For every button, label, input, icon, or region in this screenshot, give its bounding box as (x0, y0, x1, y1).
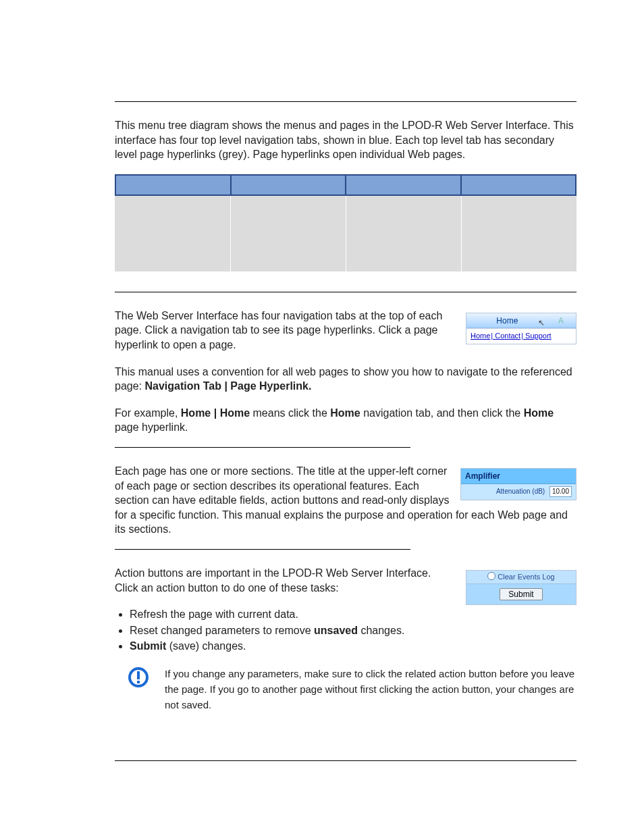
intro-paragraph: This menu tree diagram shows the menus a… (115, 118, 576, 162)
nav-paragraph-2: This manual uses a convention for all we… (115, 365, 576, 394)
nav-p3-e: navigation tab, and then click the (360, 407, 524, 419)
nav-p2-bold: Navigation Tab | Page Hyperlink. (144, 380, 311, 392)
figure-nav-tab-home: Home (487, 316, 527, 325)
svg-rect-1 (137, 671, 140, 679)
actions-list: Refresh the page with current data. Rese… (130, 607, 576, 654)
list-item: Refresh the page with current data. (130, 607, 576, 622)
svg-rect-2 (137, 681, 140, 683)
submit-button[interactable]: Submit (500, 588, 542, 600)
li3-b: (save) changes. (166, 640, 246, 652)
li2-a: Reset changed parameters to remove (130, 625, 314, 636)
li2-c: changes. (358, 625, 404, 636)
figure-action-button: Clear Events Log Submit (466, 570, 576, 605)
li3-a: Submit (130, 640, 166, 652)
nav-p3-f: Home (524, 407, 554, 419)
nav-paragraph-3: For example, Home | Home means click the… (115, 406, 576, 435)
figure-amp-title: Amplifier (461, 469, 576, 484)
nav-p3-a: For example, (115, 407, 181, 419)
figure-submit-label: Clear Events Log (498, 573, 554, 581)
nav-p3-c: means click the (250, 407, 330, 419)
figure-nav-link-support: Support (525, 332, 552, 340)
important-note: If you change any parameters, make sure … (127, 666, 576, 713)
list-item: Reset changed parameters to remove unsav… (130, 623, 576, 638)
figure-amp-value: 10.00 (549, 486, 572, 497)
li2-b: unsaved (314, 625, 358, 636)
note-text: If you change any parameters, make sure … (165, 666, 576, 713)
figure-amp-label: Attenuation (dB) (496, 488, 545, 495)
nav-p3-b: Home | Home (181, 407, 250, 419)
page-footer-divider (115, 760, 576, 761)
menu-tree-links (115, 196, 576, 271)
menu-tree-tabs (115, 174, 576, 196)
figure-nav-link-contact: Contact (495, 332, 520, 340)
figure-nav-tab-partial: A (549, 315, 573, 326)
alert-icon (127, 666, 150, 689)
nav-p3-g: page hyperlink. (115, 421, 188, 433)
radio-icon (487, 572, 495, 580)
nav-p3-d: Home (330, 407, 360, 419)
figure-amplifier-section: Amplifier Attenuation (dB) 10.00 (460, 468, 576, 500)
figure-nav-tabs: Home ↖ A Home| Contact| Support (466, 313, 576, 344)
figure-nav-link-home: Home (471, 332, 490, 340)
list-item: Submit (save) changes. (130, 639, 576, 654)
